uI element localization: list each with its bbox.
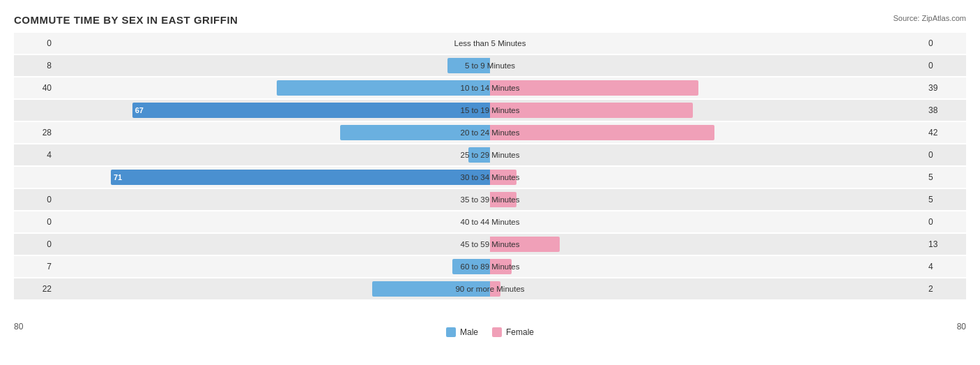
center-label: 30 to 34 Minutes — [460, 173, 519, 181]
left-value: 22 — [14, 284, 56, 294]
legend: Male Female — [446, 327, 534, 337]
bar-section: 5 to 9 Minutes — [56, 55, 924, 76]
chart-row: 28 20 to 24 Minutes 42 — [14, 122, 966, 143]
bar-female — [490, 103, 693, 118]
bar-male — [277, 80, 491, 96]
chart-row: 67 15 to 19 Minutes 38 — [14, 100, 966, 121]
bar-left-wrap — [63, 125, 490, 140]
bar-right-wrap — [490, 36, 917, 51]
bar-right-wrap — [490, 237, 917, 252]
center-label: 15 to 19 Minutes — [460, 106, 519, 114]
bar-section: 45 to 59 Minutes — [56, 234, 924, 255]
center-label: Less than 5 Minutes — [454, 39, 526, 47]
left-value: 7 — [14, 262, 56, 271]
center-label: 10 to 14 Minutes — [460, 84, 519, 92]
bar-left-wrap — [63, 58, 490, 73]
bar-right-wrap — [490, 259, 917, 274]
right-value: 38 — [924, 105, 966, 115]
right-value: 5 — [924, 195, 966, 204]
bar-male-inner-label: 67 — [132, 106, 146, 114]
left-value: 40 — [14, 83, 56, 93]
chart-title: COMMUTE TIME BY SEX IN EAST GRIFFIN — [14, 14, 966, 26]
bar-right-wrap — [490, 58, 917, 73]
bar-right-wrap — [490, 147, 917, 163]
left-value: 4 — [14, 150, 56, 160]
bar-right-wrap — [490, 192, 917, 207]
bar-left-wrap — [63, 281, 490, 297]
bar-left-wrap — [63, 214, 490, 230]
right-value: 0 — [924, 150, 966, 160]
bar-female — [490, 125, 714, 140]
bar-section: 10 to 14 Minutes — [56, 77, 924, 98]
left-value: 28 — [14, 128, 56, 137]
left-value: 0 — [14, 195, 56, 204]
center-label: 20 to 24 Minutes — [460, 128, 519, 137]
chart-row: 0 35 to 39 Minutes 5 — [14, 189, 966, 210]
bar-right-wrap — [490, 214, 917, 230]
legend-male-label: Male — [460, 327, 478, 337]
bar-female — [490, 80, 698, 96]
left-value: 8 — [14, 61, 56, 70]
bar-section: 20 to 24 Minutes — [56, 122, 924, 143]
chart-row: 0 45 to 59 Minutes 13 — [14, 234, 966, 255]
bar-right-wrap — [490, 80, 917, 96]
source-label: Source: ZipAtlas.com — [893, 14, 966, 22]
bar-left-wrap: 71 — [63, 170, 490, 185]
chart-row: 0 40 to 44 Minutes 0 — [14, 211, 966, 232]
bar-left-wrap — [63, 237, 490, 252]
bar-left-wrap — [63, 259, 490, 274]
chart-container: COMMUTE TIME BY SEX IN EAST GRIFFIN Sour… — [0, 0, 980, 365]
left-value: 0 — [14, 217, 56, 227]
bar-left-wrap — [63, 36, 490, 51]
chart-row: 71 30 to 34 Minutes 5 — [14, 167, 966, 188]
left-value: 0 — [14, 38, 56, 48]
bar-right-wrap — [490, 170, 917, 185]
center-label: 45 to 59 Minutes — [460, 240, 519, 248]
bar-right-wrap — [490, 281, 917, 297]
left-value: 0 — [14, 239, 56, 249]
legend-female: Female — [492, 327, 534, 337]
right-value: 42 — [924, 128, 966, 137]
right-value: 39 — [924, 83, 966, 93]
bar-section: 25 to 29 Minutes — [56, 144, 924, 165]
center-label: 40 to 44 Minutes — [460, 218, 519, 226]
bar-section: 35 to 39 Minutes — [56, 189, 924, 210]
right-value: 5 — [924, 172, 966, 182]
right-value: 0 — [924, 38, 966, 48]
bar-left-wrap — [63, 192, 490, 207]
chart-row: 4 25 to 29 Minutes 0 — [14, 144, 966, 165]
bar-section: 90 or more Minutes — [56, 278, 924, 299]
right-value: 0 — [924, 61, 966, 70]
chart-row: 7 60 to 89 Minutes 4 — [14, 256, 966, 277]
right-value: 2 — [924, 284, 966, 294]
bar-male: 71 — [111, 170, 490, 185]
bottom-axis: 80 Male Female 80 — [14, 322, 966, 337]
right-value: 0 — [924, 217, 966, 227]
bar-section: 67 15 to 19 Minutes — [56, 100, 924, 121]
chart-row: 0 Less than 5 Minutes 0 — [14, 33, 966, 54]
bar-section: 71 30 to 34 Minutes — [56, 167, 924, 188]
bar-section: 60 to 89 Minutes — [56, 256, 924, 277]
legend-male-box — [446, 327, 456, 337]
chart-row: 40 10 to 14 Minutes 39 — [14, 77, 966, 98]
right-value: 4 — [924, 262, 966, 271]
chart-row: 22 90 or more Minutes 2 — [14, 278, 966, 299]
axis-left: 80 — [14, 322, 23, 337]
center-label: 90 or more Minutes — [455, 285, 524, 293]
bar-left-wrap: 67 — [63, 103, 490, 118]
chart-area: 0 Less than 5 Minutes 0 8 5 to 9 Minutes — [14, 33, 966, 319]
legend-female-box — [492, 327, 502, 337]
chart-row: 8 5 to 9 Minutes 0 — [14, 55, 966, 76]
right-value: 13 — [924, 239, 966, 249]
center-label: 60 to 89 Minutes — [460, 262, 519, 271]
bar-left-wrap — [63, 147, 490, 163]
bar-section: 40 to 44 Minutes — [56, 211, 924, 232]
center-label: 5 to 9 Minutes — [465, 61, 515, 70]
center-label: 25 to 29 Minutes — [460, 151, 519, 159]
legend-female-label: Female — [506, 327, 534, 337]
bar-male-inner-label: 71 — [111, 173, 125, 181]
center-label: 35 to 39 Minutes — [460, 195, 519, 204]
bar-left-wrap — [63, 80, 490, 96]
bar-right-wrap — [490, 103, 917, 118]
legend-male: Male — [446, 327, 478, 337]
